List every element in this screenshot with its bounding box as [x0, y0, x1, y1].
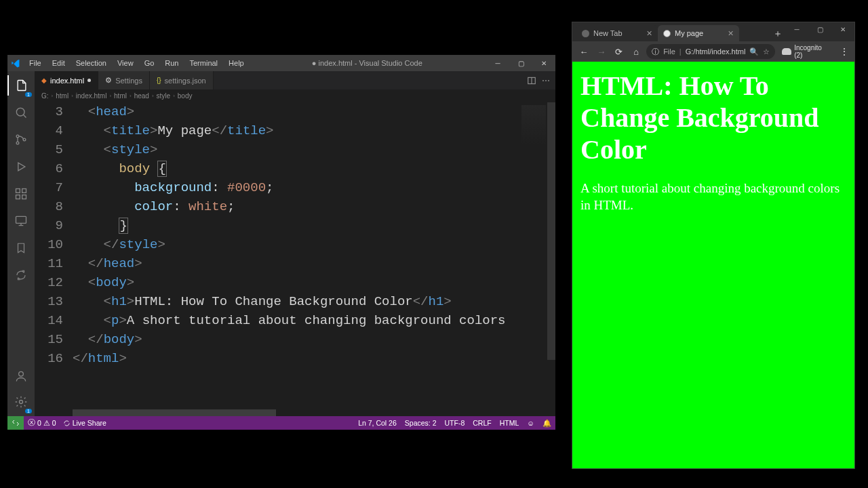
status-language[interactable]: HTML — [500, 419, 519, 427]
code-editor[interactable]: 345678910111213141516 <head> <title>My p… — [35, 102, 555, 416]
more-actions-icon[interactable]: ⋯ — [542, 76, 550, 85]
breadcrumb-segment[interactable]: html — [56, 92, 68, 100]
home-button[interactable]: ⌂ — [629, 44, 644, 59]
window-controls: ─ ▢ ✕ — [486, 55, 555, 71]
incognito-icon — [782, 48, 791, 55]
tab-title: New Tab — [593, 29, 623, 37]
address-bar[interactable]: ⓘ File | G:/html/index.html 🔍 ☆ — [646, 44, 775, 59]
breadcrumb-segment[interactable]: G: — [41, 92, 49, 100]
vertical-scrollbar[interactable] — [547, 102, 555, 416]
split-editor-icon[interactable] — [527, 76, 536, 85]
editor-area: ◆index.html⚙Settings{}settings.json ⋯ G:… — [35, 71, 555, 416]
menu-file[interactable]: File — [25, 58, 45, 68]
browser-tab-my-page[interactable]: My page✕ — [658, 25, 739, 41]
minimap[interactable] — [521, 105, 546, 146]
settings-gear-icon[interactable]: 1 — [7, 392, 35, 412]
status-bar: ⓧ0 ⚠0 Live Share Ln 7, Col 26 Spaces: 2 … — [7, 416, 555, 430]
tab-label: index.html — [50, 77, 84, 85]
page-heading: HTML: How To Change Background Color — [580, 70, 846, 166]
breadcrumb-segment[interactable]: html — [114, 92, 127, 100]
svg-rect-5 — [22, 189, 26, 193]
vscode-window-title: ● index.html - Visual Studio Code — [248, 59, 486, 67]
breadcrumb-segment[interactable]: style — [157, 92, 171, 100]
zoom-icon[interactable]: 🔍 — [749, 47, 759, 56]
search-icon[interactable] — [7, 102, 35, 123]
vscode-window: FileEditSelectionViewGoRunTerminalHelp ●… — [7, 54, 556, 430]
status-problems[interactable]: ⓧ0 ⚠0 — [28, 418, 56, 428]
run-debug-icon[interactable] — [7, 157, 35, 177]
menu-go[interactable]: Go — [140, 58, 159, 68]
editor-tab-index-html[interactable]: ◆index.html — [35, 71, 98, 89]
svg-point-10 — [20, 401, 23, 404]
favicon-icon — [582, 30, 589, 37]
status-bell-icon[interactable]: 🔔 — [542, 419, 551, 428]
chevron-right-icon: › — [109, 93, 111, 99]
back-button[interactable]: ← — [576, 44, 591, 59]
status-liveshare[interactable]: Live Share — [63, 419, 106, 427]
menu-run[interactable]: Run — [161, 58, 182, 68]
chrome-menu-button[interactable]: ⋮ — [838, 46, 850, 57]
breadcrumb[interactable]: G:›html›index.html›html›head›style›body — [35, 90, 555, 102]
explorer-badge: 1 — [25, 92, 32, 97]
settings-badge: 1 — [25, 409, 32, 413]
new-tab-button[interactable]: ＋ — [770, 26, 785, 41]
status-encoding[interactable]: UTF-8 — [445, 419, 465, 427]
chrome-minimize-button[interactable]: ─ — [785, 22, 808, 36]
code-lines[interactable]: <head> <title>My page</title> <style> bo… — [73, 102, 555, 416]
chrome-toolbar: ← → ⟳ ⌂ ⓘ File | G:/html/index.html 🔍 ☆ … — [572, 41, 854, 62]
tab-close-icon[interactable]: ✕ — [646, 29, 652, 38]
account-icon[interactable] — [7, 366, 35, 386]
status-eol[interactable]: CRLF — [473, 419, 491, 427]
bookmark-star-icon[interactable]: ☆ — [763, 47, 770, 56]
chrome-window-controls: ─ ▢ ✕ — [785, 22, 854, 36]
bookmark-icon[interactable] — [7, 238, 35, 258]
editor-tab-settings-json[interactable]: {}settings.json — [150, 71, 214, 89]
horizontal-scrollbar[interactable] — [73, 409, 547, 416]
vscode-titlebar[interactable]: FileEditSelectionViewGoRunTerminalHelp ●… — [7, 55, 555, 71]
breadcrumb-segment[interactable]: index.html — [76, 92, 107, 100]
chrome-maximize-button[interactable]: ▢ — [808, 22, 831, 36]
tab-close-icon[interactable]: ✕ — [728, 29, 734, 38]
forward-button[interactable]: → — [594, 44, 609, 59]
vscode-logo-icon — [7, 58, 22, 68]
breadcrumb-segment[interactable]: body — [178, 92, 193, 100]
chevron-right-icon: › — [71, 93, 73, 99]
site-info-icon[interactable]: ⓘ — [652, 47, 659, 57]
error-count: 0 — [37, 419, 41, 427]
svg-rect-4 — [16, 189, 20, 193]
gear-icon: ⚙ — [105, 76, 112, 85]
svg-point-2 — [16, 142, 19, 144]
maximize-button[interactable]: ▢ — [509, 55, 532, 71]
chevron-right-icon: › — [173, 93, 175, 99]
reload-button[interactable]: ⟳ — [612, 44, 627, 59]
chrome-close-button[interactable]: ✕ — [831, 22, 854, 36]
html-file-icon: ◆ — [41, 77, 47, 84]
favicon-icon — [663, 30, 671, 37]
tab-label: settings.json — [165, 77, 206, 85]
status-position[interactable]: Ln 7, Col 26 — [358, 419, 397, 427]
incognito-indicator[interactable]: Incognito (2) — [778, 44, 835, 59]
modified-dot-icon — [87, 79, 91, 82]
browser-tab-new-tab[interactable]: New Tab✕ — [576, 25, 658, 41]
remote-indicator[interactable] — [7, 416, 24, 430]
editor-tab-settings[interactable]: ⚙Settings — [98, 71, 150, 89]
close-button[interactable]: ✕ — [532, 55, 555, 71]
minimize-button[interactable]: ─ — [486, 55, 509, 71]
extensions-icon[interactable] — [7, 184, 35, 204]
chevron-right-icon: › — [52, 93, 54, 99]
status-feedback-icon[interactable]: ☺ — [527, 419, 534, 427]
source-control-icon[interactable] — [7, 129, 35, 150]
svg-rect-8 — [16, 216, 26, 223]
status-spaces[interactable]: Spaces: 2 — [405, 419, 437, 427]
page-viewport[interactable]: HTML: How To Change Background Color A s… — [572, 62, 854, 468]
vscode-menu: FileEditSelectionViewGoRunTerminalHelp — [22, 58, 248, 68]
explorer-icon[interactable]: 1 — [7, 75, 35, 96]
menu-view[interactable]: View — [113, 58, 138, 68]
menu-edit[interactable]: Edit — [48, 58, 69, 68]
breadcrumb-segment[interactable]: head — [134, 92, 149, 100]
menu-help[interactable]: Help — [224, 58, 248, 68]
menu-selection[interactable]: Selection — [72, 58, 111, 68]
remote-explorer-icon[interactable] — [7, 211, 35, 231]
menu-terminal[interactable]: Terminal — [186, 58, 222, 68]
liveshare-icon[interactable] — [7, 265, 35, 285]
